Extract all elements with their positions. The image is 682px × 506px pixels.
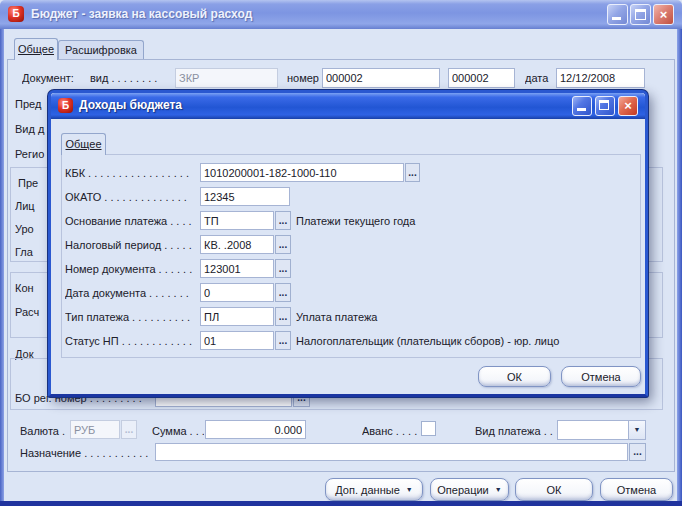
window-border-right xyxy=(677,29,682,502)
amount-label: Сумма . . . xyxy=(152,424,204,438)
payment-type-input[interactable] xyxy=(200,307,274,326)
okato-input[interactable] xyxy=(200,187,290,206)
osnovanie-label: Основание платежа . . . . xyxy=(65,214,198,228)
tab-obschee[interactable]: Общее xyxy=(14,38,58,60)
bg-label-rasch: Расч xyxy=(15,305,46,319)
app-icon: Б xyxy=(58,98,73,113)
np-status-input[interactable] xyxy=(200,331,274,350)
document-number-label: номер xyxy=(287,71,321,85)
maximize-icon[interactable] xyxy=(595,96,615,116)
payment-kind-dropdown[interactable]: ▼ xyxy=(557,420,646,440)
np-status-label: Статус НП . . . . . . . . . . . . xyxy=(65,334,198,348)
bg-label-uro: Уро xyxy=(15,222,46,236)
advance-checkbox[interactable] xyxy=(421,421,436,436)
bg-label-regio: Регио xyxy=(15,147,48,161)
doc-date-browse-button[interactable]: ... xyxy=(275,283,291,302)
main-cancel-button[interactable]: Отмена xyxy=(600,478,673,501)
app-icon: Б xyxy=(8,6,24,22)
bg-label-lic: Лиц xyxy=(15,199,46,213)
bg-label-pred: Пред xyxy=(15,97,48,111)
np-status-browse-button[interactable]: ... xyxy=(275,331,291,350)
main-window-title: Бюджет - заявка на кассовый расход xyxy=(31,7,252,21)
close-icon[interactable]: × xyxy=(653,4,674,25)
kbk-browse-button[interactable]: ... xyxy=(405,163,420,182)
currency-label: Валюта . xyxy=(20,424,68,438)
advance-label: Аванс . . . . xyxy=(362,424,420,438)
doc-number-input[interactable] xyxy=(200,259,274,278)
main-titlebar: Б Бюджет - заявка на кассовый расход × xyxy=(0,0,682,29)
okato-label: ОКАТО . . . . . . . . . . . . . . xyxy=(65,190,198,204)
dialog-dohody-byudzheta: Б Доходы бюджета × Общее КБК . . . . . .… xyxy=(48,90,648,397)
purpose-label: Назначение . . . . . . . . . . . . xyxy=(20,446,152,460)
operations-button[interactable]: Операции▼ xyxy=(430,478,509,501)
bg-label-kon: Кон xyxy=(15,281,46,295)
close-icon[interactable]: × xyxy=(618,96,638,116)
chevron-down-icon[interactable]: ▼ xyxy=(628,421,645,439)
doc-date-input[interactable] xyxy=(200,283,274,302)
osnovanie-input[interactable] xyxy=(200,211,274,230)
extra-data-button[interactable]: Доп. данные▼ xyxy=(325,478,423,501)
document-date-label: дата xyxy=(525,71,553,85)
doc-number-browse-button[interactable]: ... xyxy=(275,259,291,278)
dialog-ok-button[interactable]: ОК xyxy=(478,366,551,387)
dialog-cancel-button[interactable]: Отмена xyxy=(561,366,641,387)
purpose-browse-button[interactable]: ... xyxy=(629,443,646,461)
main-ok-button[interactable]: ОК xyxy=(515,478,593,501)
document-label: Документ: xyxy=(22,71,88,85)
dialog-title: Доходы бюджета xyxy=(79,98,182,112)
currency-input[interactable] xyxy=(70,420,120,439)
payment-type-browse-button[interactable]: ... xyxy=(275,307,291,326)
purpose-input[interactable] xyxy=(155,443,628,461)
kbk-input[interactable] xyxy=(200,163,404,182)
nalog-period-browse-button[interactable]: ... xyxy=(275,235,291,254)
minimize-icon[interactable] xyxy=(572,96,592,116)
bg-label-vid-d: Вид д xyxy=(15,122,48,136)
document-date-input[interactable] xyxy=(556,68,645,88)
payment-type-label: Тип платежа . . . . . . . . . . xyxy=(65,310,198,324)
amount-input[interactable] xyxy=(205,420,306,439)
window-border-bottom xyxy=(0,501,682,506)
main-window: Б Бюджет - заявка на кассовый расход × О… xyxy=(0,0,682,506)
payment-kind-label: Вид платежа . . xyxy=(475,424,555,438)
doc-date-label: Дата документа . . . . . . . xyxy=(65,286,198,300)
maximize-icon[interactable] xyxy=(630,4,651,25)
currency-browse-button[interactable]: ... xyxy=(121,420,137,439)
dialog-titlebar: Б Доходы бюджета × xyxy=(51,93,645,119)
chevron-down-icon: ▼ xyxy=(406,486,413,493)
nalog-period-input[interactable] xyxy=(200,235,274,254)
kbk-label: КБК . . . . . . . . . . . . . . . . . xyxy=(65,166,198,180)
document-vid-label: вид . . . . . . . . xyxy=(90,71,174,85)
doc-number-label: Номер документа . . . . . . xyxy=(65,262,198,276)
chevron-down-icon: ▼ xyxy=(495,486,502,493)
payment-type-desc: Уплата платежа xyxy=(296,310,626,324)
minimize-icon[interactable] xyxy=(607,4,628,25)
document-number-input-1[interactable] xyxy=(322,68,440,88)
osnovanie-desc: Платежи текущего года xyxy=(296,214,626,228)
dialog-tab-obschee[interactable]: Общее xyxy=(61,133,106,155)
bg-label-gla: Гла xyxy=(15,245,46,259)
document-number-input-2[interactable] xyxy=(448,68,515,88)
tab-rasshifrovka[interactable]: Расшифровка xyxy=(58,40,144,60)
np-status-desc: Налогоплательщик (плательщик сборов) - ю… xyxy=(296,334,636,348)
nalog-period-label: Налоговый период . . . . . xyxy=(65,238,198,252)
window-border-left xyxy=(0,29,4,502)
document-vid-input[interactable] xyxy=(175,68,278,88)
dialog-groupbox xyxy=(61,154,641,358)
osnovanie-browse-button[interactable]: ... xyxy=(275,211,291,230)
bg-label-pre: Пре xyxy=(18,176,46,190)
